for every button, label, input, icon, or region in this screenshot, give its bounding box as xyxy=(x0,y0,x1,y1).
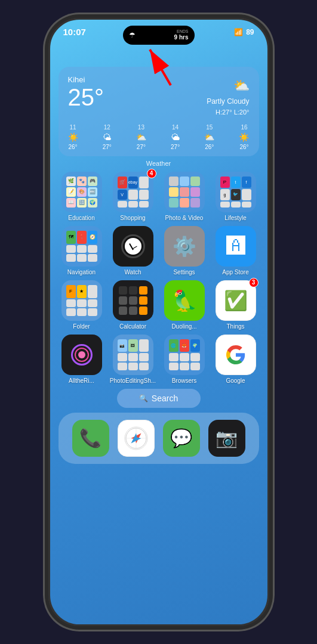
app-item-appstore[interactable]: 🅰 App Store xyxy=(213,226,259,275)
weather-icon: ⛅ xyxy=(207,75,249,96)
app-item-lifestyle[interactable]: P t f g 🐦 Lifestyle xyxy=(213,172,259,221)
app-item-calculator[interactable]: Calculator xyxy=(110,280,156,330)
app-label-watch: Watch xyxy=(125,269,141,275)
dock-icon-camera[interactable]: 📷 xyxy=(208,420,245,457)
app-item-shopping[interactable]: 4 🛒 ebay V Shopping xyxy=(110,172,156,221)
search-bar[interactable]: 🔍 Search xyxy=(117,389,201,408)
forecast-day-4: 14 🌥 27° xyxy=(171,124,180,150)
shopping-badge: 4 xyxy=(147,169,156,178)
power-button[interactable] xyxy=(268,157,269,205)
dock-icon-phone[interactable]: 📞 xyxy=(72,420,109,457)
forecast-day-1: 11 ☀️ 26° xyxy=(68,124,78,150)
silent-switch[interactable] xyxy=(48,115,50,136)
app-icon-folder[interactable]: F ★ xyxy=(61,280,102,321)
app-item-education[interactable]: 🌿 🐾 🎮 📝 🎨 🔤 📖 🔢 🌍 Education xyxy=(59,172,105,221)
forecast-day-2: 12 🌤 27° xyxy=(103,124,112,150)
app-item-things[interactable]: 3 ✅ Things xyxy=(213,280,259,330)
app-label-lifestyle: Lifestyle xyxy=(224,215,247,221)
app-row-2: 🗺 📍 🧭 Navigation xyxy=(50,226,267,275)
app-label-photo-video: Photo & Video xyxy=(165,215,204,221)
app-label-photoediting: PhotoEditingSh... xyxy=(110,377,156,384)
app-label-things: Things xyxy=(226,323,244,330)
weather-right: ⛅ Partly Cloudy H:27° L:20° xyxy=(207,75,249,118)
weather-widget[interactable]: Kihei 25° ⛅ Partly Cloudy H:27° L:20° 11… xyxy=(59,67,259,156)
volume-up-button[interactable] xyxy=(48,145,50,181)
app-item-navigation[interactable]: 🗺 📍 🧭 Navigation xyxy=(59,226,105,275)
app-icon-photoediting[interactable]: 📷 🖼 xyxy=(113,335,153,375)
dock: 📞 💬 📷 xyxy=(59,413,259,464)
app-icon-calculator[interactable] xyxy=(113,280,153,321)
weather-temp: 25° xyxy=(68,85,104,109)
app-icon-things[interactable]: 3 ✅ xyxy=(216,280,256,321)
dock-item-phone[interactable]: 📞 xyxy=(72,420,109,457)
app-label-duolingo: Duoling... xyxy=(171,323,196,330)
volume-down-button[interactable] xyxy=(48,190,50,225)
app-icon-watch[interactable] xyxy=(113,226,153,267)
app-label-browsers: Browsers xyxy=(172,377,197,384)
app-item-photoediting[interactable]: 📷 🖼 PhotoEditingSh... xyxy=(110,335,156,384)
app-icon-duolingo[interactable]: 🦜 xyxy=(164,280,205,321)
battery-display: 89 xyxy=(246,28,254,36)
weather-left: Kihei 25° xyxy=(68,75,104,109)
dynamic-island[interactable]: ☂ ENDS 9 hrs xyxy=(123,26,195,45)
app-item-duolingo[interactable]: 🦜 Duoling... xyxy=(161,280,208,330)
time-display: 10:07 xyxy=(63,27,86,37)
phone-frame: 10:07 📶 89 ☂ ENDS 9 hrs xyxy=(48,18,269,626)
forecast-day-5: 15 ⛅ 26° xyxy=(204,124,214,150)
app-row-4: AlltheRi... 📷 🖼 PhotoEditingSh... xyxy=(50,335,267,384)
dock-icon-messages[interactable]: 💬 xyxy=(163,420,200,457)
wifi-icon: 📶 xyxy=(234,28,243,36)
app-row-1: 🌿 🐾 🎮 📝 🎨 🔤 📖 🔢 🌍 Education 4 🛒 xyxy=(50,172,267,221)
weather-widget-label: Weather xyxy=(50,160,267,167)
app-item-browsers[interactable]: 🌐 🦊 🌍 Browsers xyxy=(161,335,208,384)
search-icon: 🔍 xyxy=(139,394,148,402)
weather-city: Kihei xyxy=(68,75,104,84)
app-label-alltheri: AlltheRi... xyxy=(69,377,94,384)
app-item-google[interactable]: Google xyxy=(213,335,259,384)
status-right: 📶 89 xyxy=(234,28,254,36)
app-label-education: Education xyxy=(68,215,94,221)
app-label-google: Google xyxy=(226,377,245,384)
app-item-folder[interactable]: F ★ Folder xyxy=(59,280,105,330)
app-icon-navigation[interactable]: 🗺 📍 🧭 xyxy=(61,226,102,267)
dock-item-messages[interactable]: 💬 xyxy=(163,420,200,457)
forecast-day-6: 16 ☀️ 26° xyxy=(239,124,249,150)
forecast-day-3: 13 ⛅ 27° xyxy=(136,124,146,150)
app-icon-photo-video[interactable] xyxy=(164,172,205,212)
app-item-photo-video[interactable]: Photo & Video xyxy=(161,172,208,221)
search-bar-container: 🔍 Search xyxy=(50,389,267,408)
app-item-settings[interactable]: ⚙️ Settings xyxy=(161,226,208,275)
things-badge: 3 xyxy=(249,278,258,287)
search-label: Search xyxy=(152,394,178,403)
app-icon-appstore[interactable]: 🅰 xyxy=(216,226,256,267)
app-row-3: F ★ Folder xyxy=(50,280,267,330)
app-item-alltheri[interactable]: AlltheRi... xyxy=(59,335,105,384)
app-label-shopping: Shopping xyxy=(120,215,145,221)
weather-forecast: 11 ☀️ 26° 12 🌤 27° 13 ⛅ 27° 14 🌥 27° 15 xyxy=(68,124,250,150)
app-item-watch[interactable]: Watch xyxy=(110,226,156,275)
dock-icon-safari[interactable] xyxy=(118,420,155,457)
weather-high-low: H:27° L:20° xyxy=(207,107,249,118)
app-icon-lifestyle[interactable]: P t f g 🐦 xyxy=(216,172,256,212)
ends-text: ENDS 9 hrs xyxy=(174,29,189,41)
umbrella-icon: ☂ xyxy=(129,31,136,39)
app-icon-education[interactable]: 🌿 🐾 🎮 📝 🎨 🔤 📖 🔢 🌍 xyxy=(61,172,102,212)
app-icon-google[interactable] xyxy=(216,335,256,375)
app-label-calculator: Calculator xyxy=(119,323,146,330)
dock-item-camera[interactable]: 📷 xyxy=(208,420,245,457)
app-label-folder: Folder xyxy=(73,323,90,330)
app-icon-alltheri[interactable] xyxy=(61,335,102,375)
app-icon-shopping[interactable]: 4 🛒 ebay V xyxy=(113,172,153,212)
app-label-navigation: Navigation xyxy=(67,269,96,275)
app-icon-browsers[interactable]: 🌐 🦊 🌍 xyxy=(164,335,205,375)
dock-item-safari[interactable] xyxy=(118,420,155,457)
app-label-appstore: App Store xyxy=(222,269,248,275)
app-label-settings: Settings xyxy=(173,269,195,275)
app-icon-settings[interactable]: ⚙️ xyxy=(164,226,205,267)
